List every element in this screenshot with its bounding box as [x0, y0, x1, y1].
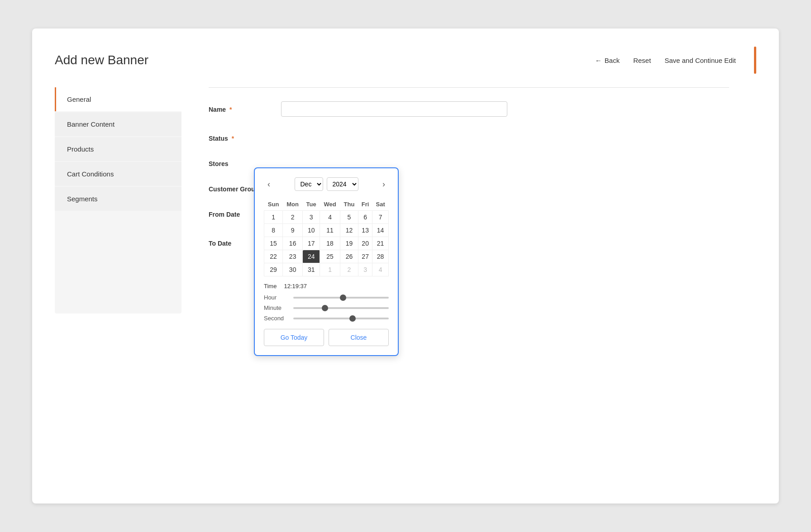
prev-month-button[interactable]: ‹	[264, 178, 274, 191]
calendar-day[interactable]: 8	[264, 224, 283, 237]
calendar-footer: Go Today Close	[264, 329, 389, 346]
sidebar: General Banner Content Products Cart Con…	[55, 87, 181, 314]
weekday-tue: Tue	[303, 198, 320, 211]
calendar-day[interactable]: 11	[320, 224, 340, 237]
close-button[interactable]: Close	[329, 329, 389, 346]
weekday-fri: Fri	[358, 198, 372, 211]
calendar-day[interactable]: 16	[283, 237, 303, 250]
calendar-day[interactable]: 6	[358, 211, 372, 224]
content-area: General Banner Content Products Cart Con…	[55, 87, 756, 314]
name-required: *	[229, 106, 232, 113]
calendar-day[interactable]: 23	[283, 250, 303, 263]
second-label: Second	[264, 315, 289, 322]
minute-label: Minute	[264, 304, 289, 311]
sidebar-item-segments[interactable]: Segments	[55, 187, 181, 211]
calendar-day[interactable]: 12	[340, 224, 358, 237]
sidebar-item-banner-content[interactable]: Banner Content	[55, 112, 181, 136]
sidebar-item-general[interactable]: General	[55, 87, 181, 111]
weekday-sat: Sat	[372, 198, 389, 211]
calendar-day[interactable]: 14	[372, 224, 389, 237]
main-card: Add new Banner ← Back Reset Save and Con…	[32, 28, 779, 504]
calendar-day[interactable]: 13	[358, 224, 372, 237]
calendar-day[interactable]: 1	[320, 263, 340, 276]
time-section: Time 12:19:37 Hour Minute	[264, 283, 389, 322]
sidebar-item-products[interactable]: Products	[55, 137, 181, 161]
year-select[interactable]: 2024	[327, 177, 358, 191]
status-required: *	[232, 135, 234, 142]
calendar-day[interactable]: 7	[372, 211, 389, 224]
page-title: Add new Banner	[55, 53, 148, 67]
calendar-day[interactable]: 4	[372, 263, 389, 276]
minute-slider-row: Minute	[264, 304, 389, 311]
calendar-day[interactable]: 1	[264, 211, 283, 224]
reset-button[interactable]: Reset	[633, 57, 651, 64]
hour-slider-row: Hour	[264, 294, 389, 301]
calendar-day[interactable]: 25	[320, 250, 340, 263]
calendar-day[interactable]: 21	[372, 237, 389, 250]
stores-label: Stores	[209, 156, 281, 167]
time-label: Time	[264, 283, 277, 290]
calendar-day[interactable]: 31	[303, 263, 320, 276]
hour-slider[interactable]	[293, 297, 389, 299]
time-value: 12:19:37	[284, 283, 307, 290]
weekday-mon: Mon	[283, 198, 303, 211]
calendar-day[interactable]: 30	[283, 263, 303, 276]
calendar-day[interactable]: 29	[264, 263, 283, 276]
calendar-day[interactable]: 22	[264, 250, 283, 263]
save-continue-button[interactable]: Save and Continue Edit	[664, 57, 736, 64]
calendar-day[interactable]: 4	[320, 211, 340, 224]
name-label: Name *	[209, 101, 281, 113]
accent-bar	[754, 47, 756, 74]
time-display: Time 12:19:37	[264, 283, 389, 290]
status-label: Status *	[209, 130, 281, 142]
next-month-button[interactable]: ›	[379, 178, 389, 191]
calendar-day[interactable]: 9	[283, 224, 303, 237]
cal-selects: Dec 2024	[295, 177, 358, 191]
back-arrow-icon: ←	[595, 57, 602, 64]
calendar-day[interactable]: 10	[303, 224, 320, 237]
calendar-day[interactable]: 27	[358, 250, 372, 263]
calendar-day[interactable]: 3	[303, 211, 320, 224]
calendar-day[interactable]: 19	[340, 237, 358, 250]
main-form: Name * Status * Stores	[181, 87, 756, 314]
weekday-sun: Sun	[264, 198, 283, 211]
sidebar-item-cart-conditions[interactable]: Cart Conditions	[55, 162, 181, 186]
calendar-day[interactable]: 26	[340, 250, 358, 263]
calendar-header: ‹ Dec 2024 ›	[264, 177, 389, 191]
customer-groups-row: Customer Groups ‹ Dec	[209, 181, 729, 193]
go-today-button[interactable]: Go Today	[264, 329, 324, 346]
weekday-thu: Thu	[340, 198, 358, 211]
calendar-day[interactable]: 2	[283, 211, 303, 224]
weekday-wed: Wed	[320, 198, 340, 211]
calendar-day[interactable]: 28	[372, 250, 389, 263]
calendar-day[interactable]: 24	[303, 250, 320, 263]
calendar-day[interactable]: 20	[358, 237, 372, 250]
calendar-day[interactable]: 2	[340, 263, 358, 276]
stores-row: Stores	[209, 156, 729, 167]
back-button[interactable]: ← Back	[595, 57, 620, 64]
divider	[209, 87, 729, 88]
calendar-popup: ‹ Dec 2024 ›	[254, 167, 399, 356]
month-select[interactable]: Dec	[295, 177, 323, 191]
minute-slider[interactable]	[293, 307, 389, 309]
calendar-day[interactable]: 3	[358, 263, 372, 276]
name-control	[281, 101, 507, 117]
second-slider-row: Second	[264, 315, 389, 322]
calendar-day[interactable]: 17	[303, 237, 320, 250]
calendar-day[interactable]: 18	[320, 237, 340, 250]
calendar-day[interactable]: 15	[264, 237, 283, 250]
page-header: Add new Banner ← Back Reset Save and Con…	[55, 47, 756, 74]
name-input[interactable]	[281, 101, 507, 117]
name-row: Name *	[209, 101, 729, 117]
hour-label: Hour	[264, 294, 289, 301]
header-actions: ← Back Reset Save and Continue Edit	[595, 47, 756, 74]
second-slider[interactable]	[293, 318, 389, 319]
calendar-day[interactable]: 5	[340, 211, 358, 224]
status-row: Status *	[209, 130, 729, 142]
calendar-grid: Sun Mon Tue Wed Thu Fri Sat 123	[264, 198, 389, 276]
